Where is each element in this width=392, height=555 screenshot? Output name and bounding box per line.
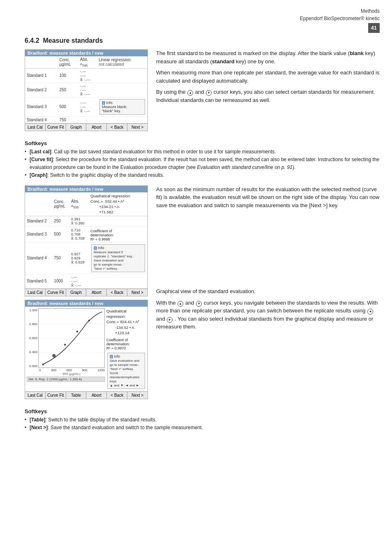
table-row: Standard 5 1000 -.----.---x̄: -.---	[25, 274, 148, 288]
svg-point-8	[76, 331, 78, 332]
x-axis: 0 300 600 900 1200	[27, 368, 105, 372]
graph-svg-container	[38, 308, 105, 368]
col-quad-reg: Quadratical regression: Conc.= 532.44 • …	[89, 192, 148, 216]
graph-button-2[interactable]: Graph	[66, 289, 87, 296]
col-conc: Conc.µg/mL	[52, 192, 69, 216]
col-abs: Abs.A595	[78, 56, 97, 68]
svg-point-7	[64, 344, 66, 345]
graph-content: 1.200 0.900 0.600 0.300 0.000	[25, 307, 148, 391]
first-device-screen: Bradford: measure standards / new Conc.µ…	[25, 49, 148, 131]
graphical-view-para: Graphical view of the standard evaluatio…	[156, 287, 380, 296]
last-cal-button-2[interactable]: Last Cal	[25, 289, 46, 296]
softkeys-title-1: Softkeys	[25, 140, 380, 146]
graph-status-bar: Std. 6, Rep. 2 (1500 µg/mL: 1.289 A)	[27, 377, 105, 382]
third-para: By using the ▲ and ▼ cursor keys, you al…	[156, 88, 380, 104]
curve-fit-button[interactable]: Curve Fit	[46, 124, 66, 131]
first-screen-table: Conc.µg/mL Abs.A595 Linear regression: n…	[25, 56, 148, 123]
table-row: Standard 3 500 0.7100.708x̄: 0.708 Coeff…	[25, 226, 148, 242]
back-button-2[interactable]: < Back	[107, 289, 127, 296]
second-screen-header: Bradford: measure standards / new	[25, 186, 148, 192]
softkeys-section-1: Softkeys [Last cal]: Call up the last sa…	[25, 140, 380, 180]
graph-svg	[39, 309, 104, 368]
down-arrow-icon: ▼	[206, 90, 212, 96]
cursor-keys-para: With the ▲ and ▼ cursor keys, you naviga…	[156, 299, 380, 331]
second-text-para: As soon as the minimum number of results…	[156, 185, 380, 210]
softkey-item: [Last cal]: Call up the last saved stand…	[25, 148, 380, 156]
third-device-screen: Bradford: measure standards / new 1.200 …	[25, 300, 148, 399]
softkeys-section-2: Softkeys [Table]: Switch to the table di…	[25, 408, 380, 432]
softkeys-title-2: Softkeys	[25, 408, 380, 414]
second-text-col: As soon as the minimum number of results…	[156, 185, 380, 401]
table-row: Standard 2 250 0.391x̄: 0.390	[25, 216, 148, 226]
table-row: Standard 4 750	[25, 116, 148, 123]
second-device-screen: Bradford: measure standards / new Conc.µ…	[25, 185, 148, 296]
col-conc: Conc.µg/mL	[58, 56, 78, 68]
curve-fit-button-3[interactable]: Curve Fit	[46, 392, 66, 399]
third-screen-header: Bradford: measure standards / new	[25, 300, 148, 307]
y-axis: 1.200 0.900 0.600 0.300 0.000	[27, 308, 38, 368]
table-row: Standard 4 750 0.9270.929x̄: 0.928 i Inf…	[25, 242, 148, 274]
graph-plot-area: 1.200 0.900 0.600 0.300 0.000	[27, 308, 105, 390]
first-block: Bradford: measure standards / new Conc.µ…	[25, 49, 380, 133]
table-button[interactable]: Table	[66, 392, 87, 399]
softkeys-list-2: [Table]: Switch to the table display of …	[25, 416, 380, 432]
right-icon: ►	[167, 317, 173, 323]
abort-button-3[interactable]: Abort	[86, 392, 107, 399]
section-title: Measure standards	[43, 37, 103, 44]
softkey-item: [Graph]: Switch to the graphic display o…	[25, 171, 380, 179]
first-softkeys-bar: Last Cal Curve Fit Graph Abort < Back Ne…	[25, 123, 148, 131]
curve-fit-button-2[interactable]: Curve Fit	[46, 289, 66, 296]
up-arrow-icon: ▲	[187, 90, 193, 96]
section-number: 6.4.2	[25, 37, 39, 44]
back-button-3[interactable]: < Back	[107, 392, 127, 399]
info-box-3: i Info Save evaluation andgo to sample m…	[107, 353, 145, 389]
section-heading: 6.4.2 Measure standards	[25, 37, 103, 44]
page-title: Methods	[300, 7, 380, 15]
info-box: i Info Measure blank:"blank" key.	[99, 99, 145, 115]
up-icon: ▲	[178, 301, 183, 307]
softkey-item-table: [Table]: Switch to the table display of …	[25, 416, 380, 424]
svg-point-9	[88, 319, 90, 321]
second-screen-table: Conc.µg/mL Abs.A595 Quadratical regressi…	[25, 192, 148, 289]
page-number: 41	[368, 23, 380, 33]
graph-info-panel: Quadratical regression: Conc.= 924.41 • …	[106, 308, 146, 390]
table-row: Standard 1 100 -.--- -.--- x̄: -.---	[25, 68, 148, 83]
col-name	[25, 56, 58, 68]
softkeys-list-1: [Last cal]: Call up the last saved stand…	[25, 148, 380, 180]
col-name	[25, 192, 52, 216]
col-reg: Linear regression: not calculated	[97, 56, 148, 68]
x-unit-label: 665 (µg/mL)	[27, 372, 105, 376]
second-para: When measuring more than one replicate p…	[156, 69, 380, 85]
last-cal-button[interactable]: Last Cal	[25, 124, 46, 131]
first-text-col: The first standard to be measured is mar…	[156, 49, 380, 133]
second-block: Bradford: measure standards / new Conc.µ…	[25, 185, 380, 401]
info-box-2: i Info Measure standard 5replicate 1: "s…	[91, 244, 145, 272]
first-para: The first standard to be measured is mar…	[156, 49, 380, 65]
second-screen-col: Bradford: measure standards / new Conc.µ…	[25, 185, 148, 401]
abort-button-2[interactable]: Abort	[86, 289, 107, 296]
table-row: Standard 3 500 -.--- -.--- x̄: -.--- i I…	[25, 97, 148, 116]
down-icon-2: ▼	[196, 301, 202, 307]
back-button[interactable]: < Back	[107, 124, 127, 131]
last-cal-button-3[interactable]: Last Cal	[25, 392, 46, 399]
abort-button[interactable]: Abort	[86, 124, 107, 131]
table-row: Standard 2 250 -.--- -.--- x̄: -.---	[25, 83, 148, 97]
next-button-2[interactable]: Next >	[127, 289, 148, 296]
left-icon: ◄	[367, 309, 373, 314]
next-button-3[interactable]: Next >	[127, 392, 148, 399]
next-button[interactable]: Next >	[127, 124, 148, 131]
third-text-area: Graphical view of the standard evaluatio…	[156, 287, 380, 331]
page-subtitle: Eppendorf BioSpectrometer® kinetic	[300, 15, 380, 22]
page-header: Methods Eppendorf BioSpectrometer® kinet…	[300, 7, 380, 33]
first-screen-header: Bradford: measure standards / new	[25, 50, 148, 56]
softkey-item-next: [Next >]: Save the standard evaluation a…	[25, 424, 380, 432]
graph-button[interactable]: Graph	[66, 124, 87, 131]
svg-point-5	[42, 363, 44, 365]
main-content: Bradford: measure standards / new Conc.µ…	[25, 49, 380, 438]
second-softkeys-bar: Last Cal Curve Fit Graph Abort < Back Ne…	[25, 289, 148, 296]
first-screen-col: Bradford: measure standards / new Conc.µ…	[25, 49, 148, 133]
svg-point-6	[53, 355, 55, 356]
col-abs: Abs.A595	[69, 192, 89, 216]
coeff-box: Coefficient ofdetermination:R² = 0.9998	[90, 229, 146, 241]
third-softkeys-bar: Last Cal Curve Fit Table Abort < Back Ne…	[25, 391, 148, 399]
